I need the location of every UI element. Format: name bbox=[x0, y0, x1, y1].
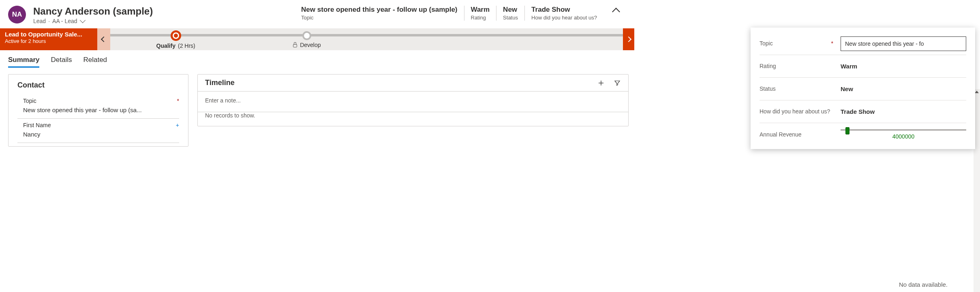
record-header: NA Nancy Anderson (sample) Lead · AA - L… bbox=[0, 0, 634, 28]
filter-icon[interactable] bbox=[614, 79, 621, 87]
field-label: Topic bbox=[23, 98, 36, 104]
timeline-section: Timeline No records to show. bbox=[197, 74, 629, 126]
required-indicator: * bbox=[177, 98, 179, 104]
tab-details[interactable]: Details bbox=[51, 56, 72, 68]
header-field-topic[interactable]: New store opened this year - follow up (… bbox=[301, 6, 464, 21]
bpf-process-badge[interactable]: Lead to Opportunity Sale... Active for 2… bbox=[0, 28, 97, 50]
main-content: Contact Topic * New store opened this ye… bbox=[0, 68, 634, 147]
header-field-value: New bbox=[503, 6, 518, 14]
business-process-flow: Lead to Opportunity Sale... Active for 2… bbox=[0, 28, 634, 50]
bpf-stage-label: Qualify (2 Hrs) bbox=[156, 43, 195, 49]
stage-name: Develop bbox=[300, 42, 321, 48]
timeline-header: Timeline bbox=[205, 79, 621, 87]
bpf-stage-develop[interactable]: Develop bbox=[241, 30, 372, 48]
avatar: NA bbox=[8, 6, 26, 23]
timeline-empty-text: No records to show. bbox=[205, 112, 621, 124]
subtitle-row[interactable]: Lead · AA - Lead bbox=[33, 18, 163, 24]
header-field-rating[interactable]: Warm Rating bbox=[464, 6, 496, 21]
header-field-label: Status bbox=[503, 15, 518, 21]
bpf-track: Qualify (2 Hrs) Develop bbox=[110, 28, 634, 50]
bpf-prev-button[interactable] bbox=[97, 28, 110, 50]
header-field-status[interactable]: New Status bbox=[496, 6, 524, 21]
add-icon[interactable] bbox=[597, 79, 605, 87]
header-summary-fields: New store opened this year - follow up (… bbox=[301, 6, 626, 21]
bpf-stage-dot-active bbox=[171, 30, 181, 41]
field-topic[interactable]: Topic * New store opened this year - fol… bbox=[17, 95, 179, 119]
field-firstname[interactable]: First Name + Nancy bbox=[17, 119, 179, 143]
chevron-left-icon bbox=[101, 36, 107, 42]
tab-related[interactable]: Related bbox=[83, 56, 107, 68]
bpf-active-time: Active for 2 hours bbox=[5, 38, 92, 44]
bpf-stage-dot bbox=[302, 31, 311, 40]
header-field-label: How did you hear about us? bbox=[531, 15, 597, 21]
bpf-stage-qualify[interactable]: Qualify (2 Hrs) bbox=[110, 30, 241, 49]
chevron-right-icon bbox=[626, 36, 631, 42]
entity-type: Lead bbox=[33, 18, 46, 24]
timeline-actions bbox=[597, 79, 621, 87]
separator-dot: · bbox=[48, 18, 50, 24]
bpf-next-button[interactable] bbox=[623, 28, 634, 50]
note-input[interactable] bbox=[205, 92, 621, 108]
header-field-label: Topic bbox=[301, 15, 457, 21]
contact-section: Contact Topic * New store opened this ye… bbox=[8, 74, 188, 147]
field-label: First Name bbox=[23, 122, 51, 128]
header-field-value: Warm bbox=[471, 6, 490, 14]
stage-time: (2 Hrs) bbox=[178, 43, 195, 49]
tab-summary[interactable]: Summary bbox=[8, 56, 39, 68]
header-field-source[interactable]: Trade Show How did you hear about us? bbox=[524, 6, 603, 21]
timeline-title: Timeline bbox=[205, 79, 235, 87]
contact-section-title: Contact bbox=[17, 81, 179, 90]
form-name: AA - Lead bbox=[52, 18, 77, 24]
bpf-stage-label: Develop bbox=[293, 42, 321, 48]
stage-name: Qualify bbox=[156, 43, 175, 49]
field-value[interactable]: Nancy bbox=[17, 129, 179, 143]
tabs: Summary Details Related bbox=[0, 50, 634, 68]
title-block: Nancy Anderson (sample) Lead · AA - Lead bbox=[33, 6, 163, 24]
avatar-initials: NA bbox=[12, 11, 22, 19]
chevron-up-icon[interactable] bbox=[612, 8, 620, 16]
bpf-process-name: Lead to Opportunity Sale... bbox=[5, 31, 92, 38]
recommended-indicator: + bbox=[176, 122, 179, 128]
header-field-value: New store opened this year - follow up (… bbox=[301, 6, 457, 14]
field-value[interactable]: New store opened this year - follow up (… bbox=[17, 105, 179, 119]
chevron-down-icon[interactable] bbox=[79, 17, 85, 23]
header-field-label: Rating bbox=[471, 15, 490, 21]
record-title: Nancy Anderson (sample) bbox=[33, 6, 163, 17]
header-field-value: Trade Show bbox=[531, 6, 597, 14]
lock-icon bbox=[293, 43, 297, 47]
